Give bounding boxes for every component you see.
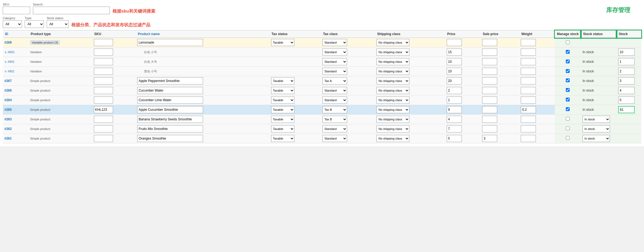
tax-class-select[interactable]: Tax B xyxy=(322,106,347,113)
tax-class-select[interactable]: Tax B xyxy=(322,116,347,123)
price-field[interactable] xyxy=(447,125,462,132)
stock-quantity-field[interactable] xyxy=(618,77,635,84)
tax-class-select[interactable]: Tax A xyxy=(322,77,347,84)
tax-status-select[interactable]: Taxable xyxy=(271,116,294,123)
stock-quantity-field[interactable] xyxy=(618,106,635,113)
shipping-class-select[interactable]: No shipping class xyxy=(376,125,409,132)
sku-field[interactable] xyxy=(94,97,113,104)
product-id-link[interactable]: #263 xyxy=(4,117,12,121)
stock-quantity-field[interactable] xyxy=(618,49,635,56)
price-field[interactable] xyxy=(447,97,462,104)
manage-stock-checkbox[interactable] xyxy=(566,40,570,44)
tax-class-select[interactable]: Standard xyxy=(322,58,347,65)
shipping-class-select[interactable]: No shipping class xyxy=(376,58,409,65)
product-name-field[interactable] xyxy=(137,97,203,104)
product-name-field[interactable] xyxy=(137,125,203,132)
sale-price-field[interactable] xyxy=(482,58,497,65)
weight-field[interactable] xyxy=(521,39,536,46)
tax-class-select[interactable]: Standard xyxy=(322,125,347,132)
col-id[interactable]: ID xyxy=(3,30,29,38)
sku-field[interactable] xyxy=(94,77,113,84)
weight-field[interactable] xyxy=(521,125,536,132)
weight-field[interactable] xyxy=(521,49,536,56)
weight-field[interactable] xyxy=(521,97,536,104)
weight-field[interactable] xyxy=(521,77,536,84)
sku-field[interactable] xyxy=(94,106,113,113)
stock-status-select[interactable]: In stock xyxy=(583,135,610,142)
tax-status-select[interactable]: Taxable xyxy=(271,97,294,104)
search-input[interactable] xyxy=(33,7,110,14)
weight-field[interactable] xyxy=(521,87,536,94)
manage-stock-checkbox[interactable] xyxy=(566,126,570,130)
product-id-link[interactable]: #265 xyxy=(4,108,12,112)
product-name-field[interactable] xyxy=(137,106,203,113)
product-name-field[interactable] xyxy=(137,116,203,123)
shipping-class-select[interactable]: No shipping class xyxy=(376,68,409,75)
manage-stock-checkbox[interactable] xyxy=(566,136,570,140)
stock-status-select[interactable]: In stock xyxy=(583,125,610,132)
manage-stock-checkbox[interactable] xyxy=(566,60,570,63)
product-id-link[interactable]: #268 xyxy=(4,41,12,44)
tax-class-select[interactable]: Standard xyxy=(322,49,347,56)
tax-class-select[interactable]: Standard xyxy=(322,87,347,94)
sale-price-field[interactable] xyxy=(482,87,497,94)
manage-stock-checkbox[interactable] xyxy=(566,107,570,111)
sale-price-field[interactable] xyxy=(482,106,497,113)
sale-price-field[interactable] xyxy=(482,77,497,84)
shipping-class-select[interactable]: No shipping class xyxy=(376,39,409,46)
category-select[interactable]: All xyxy=(3,20,22,28)
sku-field[interactable] xyxy=(94,87,113,94)
sale-price-field[interactable] xyxy=(482,49,497,56)
price-field[interactable] xyxy=(447,39,462,46)
product-id-link[interactable]: #266 xyxy=(4,89,12,92)
stock-status-select[interactable]: All xyxy=(47,20,69,28)
price-field[interactable] xyxy=(447,68,462,75)
product-id-link[interactable]: #261 xyxy=(4,137,12,140)
price-field[interactable] xyxy=(447,116,462,123)
sku-field[interactable] xyxy=(94,39,113,46)
variation-id-link[interactable]: ↳ #803 xyxy=(4,50,15,54)
stock-quantity-field[interactable] xyxy=(618,68,635,75)
tax-class-select[interactable]: Standard xyxy=(322,97,347,104)
price-field[interactable] xyxy=(447,106,462,113)
stock-quantity-field[interactable] xyxy=(618,97,635,104)
sale-price-field[interactable] xyxy=(482,39,497,46)
type-select[interactable]: All xyxy=(25,20,44,28)
sku-field[interactable] xyxy=(94,135,113,142)
shipping-class-select[interactable]: No shipping class xyxy=(376,106,409,113)
sku-field[interactable] xyxy=(94,58,113,65)
sku-input[interactable] xyxy=(3,7,30,14)
tax-status-select[interactable]: Taxable xyxy=(271,106,294,113)
manage-stock-checkbox[interactable] xyxy=(566,78,570,82)
sale-price-field[interactable] xyxy=(482,125,497,132)
tax-status-select[interactable]: Taxable xyxy=(271,77,294,84)
tax-class-select[interactable]: Standard xyxy=(322,135,347,142)
shipping-class-select[interactable]: No shipping class xyxy=(376,87,409,94)
price-field[interactable] xyxy=(447,49,462,56)
shipping-class-select[interactable]: No shipping class xyxy=(376,135,409,142)
shipping-class-select[interactable]: No shipping class xyxy=(376,116,409,123)
product-id-link[interactable]: #262 xyxy=(4,127,12,131)
weight-field[interactable] xyxy=(521,58,536,65)
sku-field[interactable] xyxy=(94,116,113,123)
product-name-field[interactable] xyxy=(137,39,203,46)
sale-price-field[interactable] xyxy=(482,116,497,123)
variation-id-link[interactable]: ↳ #801 xyxy=(4,70,15,73)
price-field[interactable] xyxy=(447,77,462,84)
tax-status-select[interactable]: Taxable xyxy=(271,125,294,132)
sku-field[interactable] xyxy=(94,49,113,56)
product-id-link[interactable]: #264 xyxy=(4,98,12,102)
weight-field[interactable] xyxy=(521,106,536,113)
price-field[interactable] xyxy=(447,135,462,142)
product-name-field[interactable] xyxy=(137,87,203,94)
weight-field[interactable] xyxy=(521,68,536,75)
manage-stock-checkbox[interactable] xyxy=(566,117,570,121)
manage-stock-checkbox[interactable] xyxy=(566,50,570,54)
sale-price-field[interactable] xyxy=(482,135,497,142)
weight-field[interactable] xyxy=(521,135,536,142)
manage-stock-checkbox[interactable] xyxy=(566,98,570,101)
tax-status-select[interactable]: Taxable xyxy=(271,39,294,46)
product-id-link[interactable]: #267 xyxy=(4,79,12,83)
stock-quantity-field[interactable] xyxy=(618,87,635,94)
price-field[interactable] xyxy=(447,58,462,65)
